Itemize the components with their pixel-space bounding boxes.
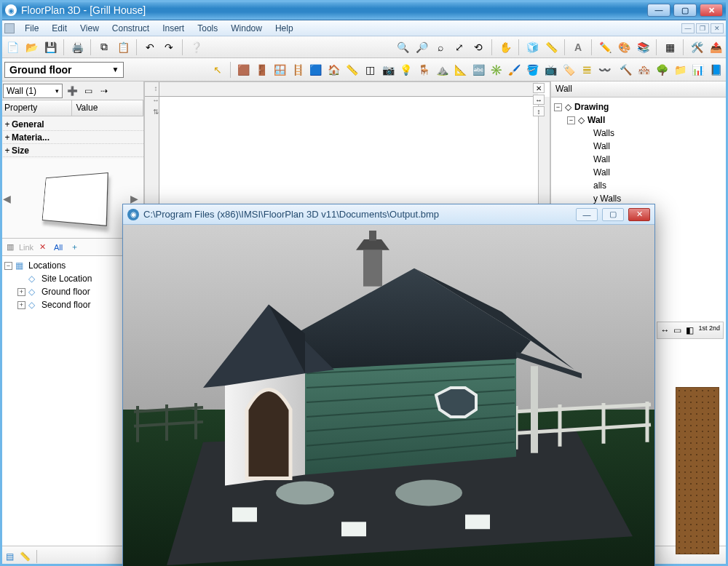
rtree-l2[interactable]: Wall: [554, 153, 725, 166]
loc-link-label[interactable]: Link: [20, 242, 32, 253]
tag-icon[interactable]: 🏷️: [561, 62, 577, 78]
measure-icon[interactable]: 📏: [543, 39, 559, 55]
loc-second[interactable]: +◇ Second floor: [1, 298, 142, 311]
zoom-prev-icon[interactable]: ⟲: [470, 39, 486, 55]
furniture-icon[interactable]: 🪑: [416, 62, 432, 78]
zoom-extents-icon[interactable]: ⤢: [451, 39, 467, 55]
pan-icon[interactable]: ✋: [497, 39, 513, 55]
grid-icon[interactable]: ▦: [662, 39, 678, 55]
palette-icon[interactable]: 🎨: [616, 39, 632, 55]
copy-icon[interactable]: ⧉: [96, 39, 112, 55]
render-icon[interactable]: 🧊: [524, 39, 540, 55]
render-minimize-button[interactable]: —: [576, 208, 598, 221]
rtree-root[interactable]: −◇ Drawing: [554, 100, 725, 113]
rtree-l4[interactable]: alls: [554, 179, 725, 192]
preview-thumb[interactable]: [41, 172, 108, 226]
status-icon-2[interactable]: 📏: [20, 551, 31, 562]
mode-e-icon[interactable]: 📊: [691, 62, 706, 78]
new-icon[interactable]: 📄: [4, 39, 20, 55]
minimize-button[interactable]: —: [647, 4, 670, 17]
gutter-up-icon[interactable]: ↕: [150, 83, 162, 93]
column-icon[interactable]: 🟦: [308, 62, 323, 78]
gutter-down-icon[interactable]: ⇅: [150, 106, 162, 116]
paint-icon[interactable]: 🖌️: [507, 62, 522, 78]
mode-f-icon[interactable]: 📘: [708, 62, 724, 78]
symbol-icon[interactable]: ✳️: [489, 62, 505, 78]
wall-selector[interactable]: Wall (1) ▾: [3, 84, 63, 98]
path-icon[interactable]: 〰️: [597, 62, 612, 78]
col-property[interactable]: Property: [0, 100, 72, 116]
texture-swatch[interactable]: [676, 387, 719, 554]
mdi-close[interactable]: ✕: [711, 23, 724, 33]
mode-a-icon[interactable]: 🔨: [618, 62, 633, 78]
wall-group-icon[interactable]: ▭: [82, 84, 95, 97]
print-icon[interactable]: 🖨️: [69, 39, 85, 55]
render-maximize-button[interactable]: ▢: [602, 208, 624, 221]
float-icon-3[interactable]: ◧: [686, 325, 694, 335]
gutter-mid-icon[interactable]: ↔: [150, 95, 162, 105]
mdi-minimize[interactable]: —: [681, 23, 695, 33]
text-icon[interactable]: 🔤: [471, 62, 486, 78]
dimension-icon[interactable]: 📐: [453, 62, 468, 78]
panel-left-icon[interactable]: ↔: [533, 95, 545, 105]
pencil-icon[interactable]: ✏️: [597, 39, 613, 55]
paste-icon[interactable]: 📋: [115, 39, 131, 55]
menu-construct[interactable]: Construct: [106, 22, 155, 35]
terrain-icon[interactable]: ⛰️: [435, 62, 450, 78]
menu-insert[interactable]: Insert: [157, 22, 190, 35]
open-icon[interactable]: 📂: [23, 39, 39, 55]
beam-icon[interactable]: 📏: [344, 62, 360, 78]
loc-ground[interactable]: +◇ Ground floor: [1, 285, 142, 298]
undo-icon[interactable]: ↶: [142, 39, 158, 55]
render-titlebar[interactable]: ◉ C:\Program Files (x86)\IMSI\FloorPlan …: [123, 204, 654, 225]
floor-selector[interactable]: Ground floor ▼: [4, 62, 124, 78]
menu-window[interactable]: Window: [225, 22, 268, 35]
light-icon[interactable]: 💡: [399, 62, 414, 78]
slab-icon[interactable]: ◫: [363, 62, 378, 78]
loc-root[interactable]: −▦ Locations: [1, 259, 142, 272]
tv-icon[interactable]: 📺: [543, 62, 558, 78]
export-icon[interactable]: 📤: [708, 39, 724, 55]
save-icon[interactable]: 💾: [42, 39, 58, 55]
panel-down-icon[interactable]: ↕: [533, 106, 545, 116]
float-icon-2[interactable]: ▭: [673, 325, 681, 335]
wall-icon[interactable]: 🟫: [236, 62, 251, 78]
menu-file[interactable]: File: [19, 22, 44, 35]
render-window[interactable]: ◉ C:\Program Files (x86)\IMSI\FloorPlan …: [122, 204, 655, 566]
rtree-l0[interactable]: Walls: [554, 127, 725, 140]
mode-c-icon[interactable]: 🌳: [654, 62, 670, 78]
menu-help[interactable]: Help: [269, 22, 299, 35]
rtree-l3[interactable]: Wall: [554, 166, 725, 179]
nav-a-icon[interactable]: A: [570, 39, 586, 55]
door-icon[interactable]: 🚪: [254, 62, 269, 78]
loc-add-icon[interactable]: ＋: [68, 242, 80, 253]
float-toolbar[interactable]: ↔ ▭ ◧ 1st 2nd: [657, 322, 724, 339]
loc-delete-icon[interactable]: ✕: [36, 242, 48, 253]
pointer-icon[interactable]: ↖: [210, 62, 225, 78]
zoom-window-icon[interactable]: ⌕: [432, 39, 448, 55]
status-icon-1[interactable]: ▤: [6, 551, 14, 562]
stairs-icon[interactable]: 🪜: [290, 62, 306, 78]
wall-link-icon[interactable]: ⇢: [98, 84, 111, 97]
mode-d-icon[interactable]: 📁: [673, 62, 688, 78]
zoom-in-icon[interactable]: 🔍: [395, 39, 411, 55]
float-icon-1[interactable]: ↔: [660, 325, 669, 335]
mdi-restore[interactable]: ❐: [696, 23, 709, 33]
menu-view[interactable]: View: [74, 22, 105, 35]
preview-prev-icon[interactable]: ◀: [3, 193, 13, 204]
render-close-button[interactable]: ✕: [628, 208, 650, 221]
help-icon[interactable]: ❔: [188, 39, 204, 55]
loc-tool-1-icon[interactable]: ▥: [4, 242, 16, 253]
fence-icon[interactable]: 𝌆: [579, 62, 595, 78]
doc-icon[interactable]: [4, 23, 15, 33]
rtree-l1[interactable]: Wall: [554, 140, 725, 153]
loc-site[interactable]: ◇ Site Location: [1, 272, 142, 285]
panel-close-icon[interactable]: ✕: [533, 83, 545, 93]
maximize-button[interactable]: ▢: [673, 4, 697, 17]
library-icon[interactable]: 📚: [635, 39, 651, 55]
prop-materials[interactable]: +Materia...: [0, 131, 143, 144]
zoom-out-icon[interactable]: 🔎: [414, 39, 430, 55]
wall-add-icon[interactable]: ➕: [66, 84, 79, 97]
menu-edit[interactable]: Edit: [46, 22, 73, 35]
fill-icon[interactable]: 🪣: [525, 62, 540, 78]
